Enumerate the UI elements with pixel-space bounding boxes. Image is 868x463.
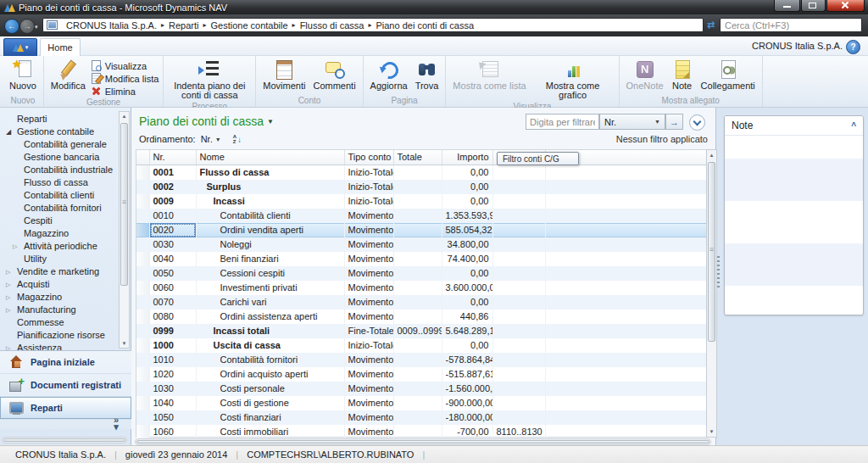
status-item[interactable]: giovedì 23 gennaio 2014 [117, 449, 236, 460]
table-scrollbar[interactable]: ▲ ▼ [706, 149, 717, 438]
table-row-0009[interactable]: 0009IncassiInizio-Totale0,00 [136, 194, 707, 209]
nav-button-documenti-registrati[interactable]: Documenti registrati [0, 374, 131, 397]
expand-icon[interactable]: ▷ [6, 265, 10, 278]
scrollbar-thumb[interactable] [3, 438, 125, 442]
scroll-up-icon[interactable]: ▲ [120, 114, 129, 119]
sidebar-item-contabilita-generale[interactable]: Contabilità generale [0, 138, 119, 151]
scroll-up-icon[interactable]: ▲ [707, 153, 716, 158]
filter-field-dropdown[interactable]: Nr. ▼ [599, 114, 665, 130]
column-header-Importo[interactable]: Importo [442, 150, 492, 165]
nav-button-pagina-iniziale[interactable]: Pagina iniziale [0, 351, 131, 374]
modifica-button[interactable]: Modifica [48, 58, 88, 92]
scrollbar-thumb[interactable] [120, 123, 128, 286]
scrollbar-thumb[interactable] [136, 440, 709, 443]
pane-splitter[interactable] [717, 256, 720, 290]
sidebar-item-acquisti[interactable]: ▷Acquisti [0, 278, 119, 291]
table-row-0070[interactable]: 0070Carichi variMovimento0,00 [136, 295, 707, 310]
sidebar-item-magazzino[interactable]: Magazzino [0, 227, 119, 240]
breadcrumb-item[interactable]: Flusso di cassa [297, 20, 368, 31]
sidebar-item-gestione-bancaria[interactable]: Gestione bancaria [0, 151, 119, 164]
commenti-button[interactable]: Commenti [310, 58, 358, 92]
help-icon[interactable]: ? [846, 40, 860, 54]
collegamenti-button[interactable]: Collegamenti [698, 58, 758, 92]
movimenti-button[interactable]: Movimenti [260, 58, 308, 92]
application-menu-button[interactable]: ▾ [3, 38, 37, 57]
sidebar-hscrollbar[interactable] [2, 437, 127, 443]
filter-input[interactable] [526, 114, 598, 129]
table-row-0040[interactable]: 0040Beni finanziariMovimento74.400,00 [136, 252, 707, 266]
back-button[interactable]: ← [4, 19, 19, 34]
sorting-field-dropdown[interactable]: Nr. ▼ [201, 134, 221, 144]
sidebar-item-magazzino-2[interactable]: ▷Magazzino [0, 291, 119, 304]
table-row-0030[interactable]: 0030NoleggiMovimento34.800,00 [136, 237, 707, 252]
search-box[interactable] [720, 18, 862, 32]
table-row-0001[interactable]: 0001Flusso di cassaInizio-Totale0,00 [136, 165, 707, 180]
indenta-button[interactable]: Indenta piano dei conti di cassa [168, 58, 251, 101]
sidebar-item-reparti[interactable]: Reparti [0, 113, 119, 126]
refresh-page-icon[interactable]: ⇄ [707, 20, 715, 31]
table-row-1040[interactable]: 1040Costi di gestioneMovimento-900.000,0… [136, 396, 707, 410]
table-hscrollbar[interactable] [135, 438, 711, 445]
maximize-button[interactable] [801, 0, 826, 12]
status-item[interactable]: CRONUS Italia S.p.A. [7, 449, 114, 460]
breadcrumb-item[interactable]: Reparti [165, 20, 202, 31]
status-item[interactable]: COMPTECHSRL\ALBERTO.RUBINATO [238, 449, 422, 460]
sidebar-item-flusso-di-cassa[interactable]: Flusso di cassa [0, 176, 119, 189]
sidebar-item-gestione-contabile[interactable]: ◢Gestione contabile [0, 126, 119, 138]
expand-icon[interactable]: ▷ [6, 304, 10, 316]
row-selector[interactable] [136, 295, 149, 310]
column-header-Tipo conto[interactable]: Tipo conto [344, 150, 393, 165]
table-row-0010[interactable]: 0010Contabilità clientiMovimento1.353.59… [136, 209, 707, 223]
nav-button-reparti[interactable]: Reparti [0, 397, 131, 420]
tab-home[interactable]: Home [40, 38, 81, 57]
table-row-0080[interactable]: 0080Ordini assistenza apertiMovimento440… [136, 310, 707, 324]
sidebar-item-contabilita-fornitori[interactable]: Contabilità fornitori [0, 202, 119, 215]
filter-go-button[interactable]: → [665, 114, 683, 130]
sidebar-scrollbar[interactable]: ▲ ▼ [119, 111, 130, 349]
expand-icon[interactable]: ▷ [6, 291, 10, 304]
expand-icon[interactable]: ▷ [13, 240, 17, 253]
breadcrumb-item[interactable]: Piano dei conti di cassa [372, 20, 477, 31]
row-selector[interactable] [136, 165, 149, 180]
expand-icon[interactable]: ▷ [6, 342, 10, 350]
row-selector[interactable] [136, 281, 149, 295]
row-selector[interactable] [136, 410, 149, 425]
sidebar-item-pianificazione-risorse[interactable]: Pianificazione risorse [0, 329, 119, 342]
row-selector[interactable] [136, 425, 149, 439]
more-buttons-icon[interactable]: »▾ [114, 416, 119, 430]
breadcrumb[interactable]: CRONUS Italia S.p.A.▸Reparti▸Gestione co… [42, 18, 704, 32]
sidebar-item-attivita-periodiche[interactable]: ▷Attività periodiche [0, 240, 119, 253]
table-row-0999[interactable]: 0999Incassi totaliFine-Totale0009..09995… [136, 324, 707, 338]
table-row-0020[interactable]: 0020Ordini vendita apertiMovimento585.05… [136, 223, 707, 237]
sidebar-item-cespiti[interactable]: Cespiti [0, 215, 119, 227]
row-selector[interactable] [136, 194, 149, 209]
row-selector[interactable] [136, 252, 149, 266]
search-input[interactable] [721, 19, 861, 31]
scroll-down-icon[interactable]: ▼ [120, 341, 129, 346]
scrollbar-thumb[interactable] [708, 162, 715, 342]
row-selector[interactable] [136, 223, 149, 237]
table-row-0060[interactable]: 0060Investimenti privatiMovimento3.600.0… [136, 281, 707, 295]
table-row-1010[interactable]: 1010Contabilità fornitoriMovimento-578.8… [136, 353, 707, 367]
sidebar-item-manufacturing[interactable]: ▷Manufacturing [0, 304, 119, 316]
breadcrumb-item[interactable]: Gestione contabile [207, 20, 291, 31]
elimina-button[interactable]: Elimina [91, 86, 159, 97]
row-selector[interactable] [136, 324, 149, 338]
column-header-Totale[interactable]: Totale [393, 150, 442, 165]
row-selector[interactable] [136, 266, 149, 281]
sidebar-item-vendite-e-marketing[interactable]: ▷Vendite e marketing [0, 265, 119, 278]
visualizza-button[interactable]: Visualizza [91, 60, 159, 71]
modifica-lista-button[interactable]: Modifica lista [91, 73, 159, 84]
column-header-Nome[interactable]: Nome [196, 150, 344, 165]
table-row-1000[interactable]: 1000Uscita di cassaInizio-Totale0,00 [136, 338, 707, 353]
table-row-0050[interactable]: 0050Cessioni cespitiMovimento0,00 [136, 266, 707, 281]
table-row-1020[interactable]: 1020Ordini acquisto apertiMovimento-515.… [136, 367, 707, 382]
row-selector[interactable] [136, 367, 149, 382]
sidebar-item-utility[interactable]: Utility [0, 253, 119, 265]
mostra-come-grafico-button[interactable]: Mostra come grafico [531, 58, 615, 101]
table-row-1060[interactable]: 1060Costi immobiliariMovimento-700,00811… [136, 425, 707, 439]
row-selector[interactable] [136, 353, 149, 367]
row-selector[interactable] [136, 237, 149, 252]
scroll-down-icon[interactable]: ▼ [707, 429, 716, 434]
row-selector[interactable] [136, 396, 149, 410]
